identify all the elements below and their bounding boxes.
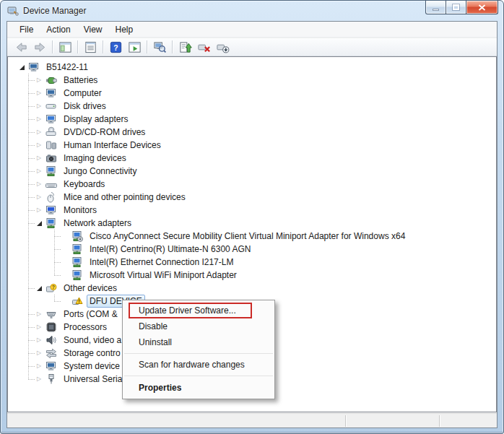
tree-expander[interactable] bbox=[35, 219, 43, 227]
storage-icon bbox=[45, 347, 57, 359]
svg-text:?: ? bbox=[113, 43, 118, 51]
tree-expander[interactable]: ▷ bbox=[35, 180, 43, 188]
sound-icon bbox=[45, 334, 57, 346]
toolbar-properties-button[interactable] bbox=[81, 39, 100, 55]
context-menu-item-disable[interactable]: Disable bbox=[123, 318, 274, 334]
menu-action[interactable]: Action bbox=[40, 22, 77, 37]
tree-indent bbox=[61, 258, 69, 266]
tree-item-monitors[interactable]: ▷Monitors bbox=[8, 204, 496, 217]
tree-expander[interactable]: ▷ bbox=[35, 115, 43, 123]
tree-item-computer[interactable]: ▷Computer bbox=[8, 87, 496, 100]
toolbar-uninstall-button[interactable] bbox=[194, 39, 213, 55]
warning-device-icon bbox=[71, 295, 83, 307]
tree-item-display-adapters[interactable]: ▷Display adapters bbox=[8, 113, 496, 126]
tree-item-network-adapters[interactable]: Network adapters bbox=[8, 217, 496, 230]
minimize-button[interactable] bbox=[425, 1, 446, 14]
tree-item-label: Microsoft Virtual WiFi Miniport Adapter bbox=[87, 269, 240, 282]
action-pane-icon bbox=[128, 40, 142, 54]
titlebar[interactable]: Device Manager bbox=[1, 1, 503, 21]
tree-item-imaging-devices[interactable]: ▷Imaging devices bbox=[8, 152, 496, 165]
toolbar-update-driver-button[interactable] bbox=[175, 39, 194, 55]
tree-expander[interactable] bbox=[18, 63, 25, 71]
context-menu-item-scan-for-hardware-changes[interactable]: Scan for hardware changes bbox=[123, 357, 274, 373]
status-separator bbox=[345, 415, 346, 427]
tree-expander[interactable] bbox=[35, 284, 43, 292]
tree-expander[interactable]: ▷ bbox=[35, 362, 43, 370]
toolbar-disable-button[interactable] bbox=[213, 39, 232, 55]
hid-icon bbox=[45, 139, 57, 151]
scan-hardware-icon bbox=[153, 40, 167, 54]
tree-expander[interactable]: ▷ bbox=[35, 102, 43, 110]
computer-icon bbox=[45, 360, 57, 372]
tree-item-label: Computer bbox=[61, 87, 105, 100]
tree-item-dvd-cd-rom-drives[interactable]: ▷DVD/CD-ROM drives bbox=[8, 126, 496, 139]
context-menu-item-properties[interactable]: Properties bbox=[123, 379, 274, 396]
menu-help[interactable]: Help bbox=[109, 22, 140, 37]
menu-view[interactable]: View bbox=[77, 22, 109, 37]
tree-item-human-interface-devices[interactable]: ▷Human Interface Devices bbox=[8, 139, 496, 152]
context-menu-item-update-driver-software[interactable]: Update Driver Software... bbox=[123, 303, 274, 318]
toolbar-separator bbox=[52, 40, 53, 53]
tree-expander[interactable]: ▷ bbox=[35, 193, 43, 201]
expanded-triangle-icon bbox=[37, 286, 42, 291]
tree-item-b51422-11[interactable]: B51422-11 bbox=[8, 61, 496, 74]
tree-item-jungo-connectivity[interactable]: ▷Jungo Connectivity bbox=[8, 165, 496, 178]
toolbar-separator bbox=[77, 40, 78, 53]
tree-item-label: Intel(R) Centrino(R) Ultimate-N 6300 AGN bbox=[87, 243, 253, 256]
tree-item-keyboards[interactable]: ▷Keyboards bbox=[8, 178, 496, 191]
tree-item-label: Cisco AnyConnect Secure Mobility Client … bbox=[87, 230, 408, 243]
tree-item-microsoft-virtual-wifi-miniport-adapter[interactable]: Microsoft Virtual WiFi Miniport Adapter bbox=[8, 269, 496, 282]
tree-expander[interactable]: ▷ bbox=[35, 89, 43, 97]
menu-bar: FileActionViewHelp bbox=[7, 22, 497, 38]
network-icon bbox=[45, 217, 57, 229]
highlight-box bbox=[129, 303, 252, 318]
tree-item-other-devices[interactable]: ?Other devices bbox=[8, 282, 496, 295]
tree-expander[interactable]: ▷ bbox=[35, 310, 43, 318]
toolbar-action-pane-button[interactable] bbox=[125, 39, 144, 55]
close-icon bbox=[478, 1, 486, 14]
tree-item-label: Disk drives bbox=[61, 100, 109, 113]
disk-drive-icon bbox=[45, 100, 57, 112]
toolbar: ? bbox=[7, 38, 497, 56]
close-button[interactable] bbox=[466, 1, 498, 14]
network-disabled-icon bbox=[71, 230, 83, 242]
tree-expander[interactable]: ▷ bbox=[35, 323, 43, 331]
tree-item-cisco-anyconnect-secure-mobility-client-virtual-[interactable]: Cisco AnyConnect Secure Mobility Client … bbox=[8, 230, 496, 243]
toolbar-console-tree-button[interactable] bbox=[56, 39, 74, 55]
tree-expander[interactable]: ▷ bbox=[35, 336, 43, 344]
tree-expander[interactable]: ▷ bbox=[35, 167, 43, 175]
tree-item-label: Storage contro bbox=[61, 347, 123, 360]
tree-expander[interactable]: ▷ bbox=[35, 128, 43, 136]
context-menu: Update Driver Software...DisableUninstal… bbox=[122, 300, 275, 399]
tree-expander[interactable]: ▷ bbox=[35, 154, 43, 162]
network-icon bbox=[45, 165, 57, 177]
status-separator bbox=[439, 415, 440, 427]
tree-item-label: Imaging devices bbox=[61, 152, 129, 165]
expanded-triangle-icon bbox=[19, 65, 25, 70]
tree-item-label: Keyboards bbox=[61, 178, 108, 191]
computer-icon bbox=[45, 87, 57, 99]
maximize-icon bbox=[453, 4, 459, 10]
tree-item-label: Batteries bbox=[61, 74, 100, 87]
tree-expander[interactable]: ▷ bbox=[35, 141, 43, 149]
toolbar-forward-button[interactable] bbox=[30, 39, 49, 55]
forward-icon bbox=[33, 40, 47, 54]
toolbar-scan-hardware-button[interactable] bbox=[150, 39, 169, 55]
tree-item-label: B51422-11 bbox=[43, 61, 91, 74]
maximize-button[interactable] bbox=[446, 1, 466, 14]
tree-expander[interactable]: ▷ bbox=[35, 76, 43, 84]
tree-expander[interactable]: ▷ bbox=[35, 349, 43, 357]
tree-item-batteries[interactable]: ▷Batteries bbox=[8, 74, 496, 87]
window-title: Device Manager bbox=[23, 6, 86, 16]
toolbar-help-button[interactable]: ? bbox=[106, 39, 125, 55]
tree-item-mice-and-other-pointing-devices[interactable]: ▷Mice and other pointing devices bbox=[8, 191, 496, 204]
toolbar-back-button[interactable] bbox=[12, 39, 30, 55]
tree-item-intel-r-ethernet-connection-i217-lm[interactable]: Intel(R) Ethernet Connection I217-LM bbox=[8, 256, 496, 269]
tree-expander[interactable]: ▷ bbox=[35, 375, 43, 383]
computer-icon bbox=[28, 61, 40, 73]
context-menu-item-uninstall[interactable]: Uninstall bbox=[123, 334, 274, 350]
tree-item-disk-drives[interactable]: ▷Disk drives bbox=[8, 100, 496, 113]
tree-item-intel-r-centrino-r-ultimate-n-6300-agn[interactable]: Intel(R) Centrino(R) Ultimate-N 6300 AGN bbox=[8, 243, 496, 256]
tree-expander[interactable]: ▷ bbox=[35, 206, 43, 214]
menu-file[interactable]: File bbox=[13, 22, 40, 37]
